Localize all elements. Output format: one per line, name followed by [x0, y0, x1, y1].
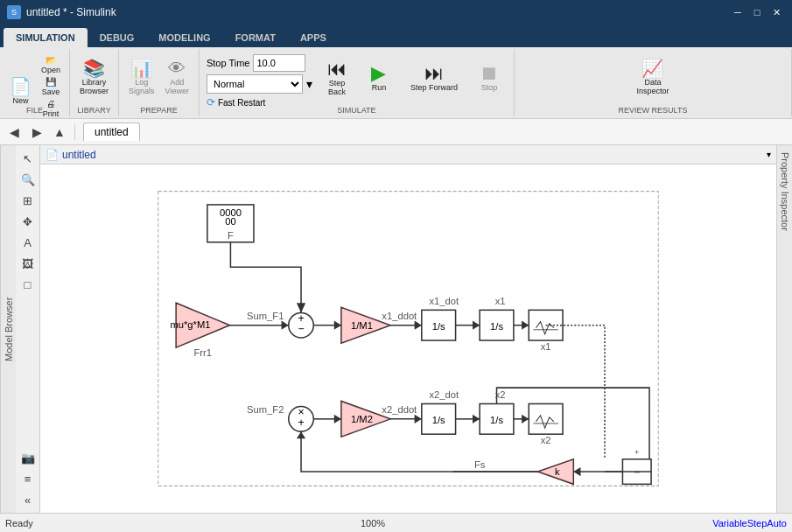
app-icon: S [7, 5, 21, 19]
step-forward-button[interactable]: ⏭ Step Forward [403, 54, 465, 102]
svg-marker-66 [473, 415, 480, 424]
data-inspector-button[interactable]: 📈 Data Inspector [632, 54, 673, 102]
property-inspector-panel[interactable]: Property Inspector [776, 145, 792, 513]
print-label: Print [43, 109, 60, 118]
svg-text:1/s: 1/s [490, 415, 503, 425]
pan-tool[interactable]: ✥ [18, 212, 38, 231]
collapse-tool[interactable]: « [18, 490, 38, 509]
svg-text:x2_dot: x2_dot [429, 389, 459, 400]
svg-text:1/s: 1/s [432, 321, 445, 332]
ribbon-tabs: SIMULATION DEBUG MODELING FORMAT APPS [0, 24, 792, 47]
svg-marker-60 [522, 321, 529, 330]
status-ready: Ready [5, 518, 33, 528]
window-controls: ─ □ ✕ [729, 4, 785, 21]
data-inspector-icon: 📈 [641, 60, 663, 77]
prepare-section-label: PREPARE [140, 106, 177, 115]
text-tool[interactable]: A [18, 233, 38, 252]
tab-format[interactable]: FORMAT [223, 28, 288, 47]
stop-icon: ⏹ [480, 64, 499, 83]
status-bar: Ready 100% VariableStepAuto [0, 513, 792, 532]
tab-apps[interactable]: APPS [288, 28, 339, 47]
ribbon-section-review: 📈 Data Inspector REVIEW RESULTS [515, 49, 792, 116]
stop-time-label: Stop Time [207, 58, 250, 68]
fit-tool[interactable]: ⊞ [18, 191, 38, 210]
step-forward-icon: ⏭ [424, 64, 444, 83]
model-tab[interactable]: untitled [83, 122, 140, 141]
log-signals-button[interactable]: 📊 Log Signals [124, 54, 159, 102]
mode-dropdown-icon[interactable]: ▾ [306, 77, 312, 91]
svg-text:Sum_F1: Sum_F1 [247, 311, 284, 321]
svg-text:Sum_F2: Sum_F2 [247, 404, 284, 415]
review-section-label: REVIEW RESULTS [619, 106, 688, 115]
tab-modeling[interactable]: MODELING [146, 28, 222, 47]
maximize-button[interactable]: □ [748, 4, 766, 21]
open-icon: 📂 [46, 55, 56, 65]
library-icon: 📚 [83, 60, 105, 77]
ribbon-section-simulate: Stop Time Normal Accelerator Rapid Accel… [200, 49, 515, 116]
model-address-icon: 📄 [46, 149, 59, 161]
minimize-button[interactable]: ─ [729, 4, 746, 21]
new-icon: 📄 [10, 78, 32, 95]
open-label: Open [41, 66, 60, 74]
run-icon: ▶ [371, 64, 386, 83]
log-signals-label: Log Signals [129, 79, 155, 96]
library-browser-button[interactable]: 📚 Library Browser [75, 54, 113, 102]
title-bar: S untitled * - Simulink ─ □ ✕ [0, 0, 792, 24]
model-address-bar: 📄 untitled ▾ [40, 145, 776, 164]
data-inspector-label: Data Inspector [636, 79, 669, 96]
library-section-label: LIBRARY [77, 106, 110, 115]
image-tool[interactable]: 🖼 [18, 254, 38, 273]
toolbar: ◀ ▶ ▲ untitled [0, 119, 792, 145]
svg-marker-68 [522, 415, 529, 424]
settings-tool[interactable]: ≡ [18, 469, 38, 488]
svg-marker-52 [282, 321, 289, 330]
svg-text:Frr1: Frr1 [193, 347, 212, 358]
save-icon: 💾 [46, 77, 56, 87]
step-back-button[interactable]: ⏮ Step Back [319, 54, 354, 102]
svg-text:1/s: 1/s [432, 415, 445, 425]
stop-time-group: Stop Time Normal Accelerator Rapid Accel… [207, 54, 312, 108]
ribbon-section-file: 📄 New 📂 Open 💾 Save 🖨 Print FILE [0, 49, 70, 116]
svg-text:x1_dot: x1_dot [429, 296, 459, 306]
step-back-label: Step Back [328, 79, 346, 96]
model-browser-label[interactable]: Model Browser [0, 145, 16, 513]
svg-text:x2_ddot: x2_ddot [382, 404, 417, 415]
run-button[interactable]: ▶ Run [361, 54, 396, 102]
stop-button[interactable]: ⏹ Stop [472, 54, 507, 102]
camera-tool[interactable]: 📷 [18, 448, 38, 467]
stop-time-input[interactable] [253, 54, 305, 72]
ribbon: 📄 New 📂 Open 💾 Save 🖨 Print FILE [0, 47, 792, 119]
fast-restart-icon: ⟳ [207, 96, 215, 108]
diagram-svg: 0000 00 F mu*g*M1 Frr1 + − Sum_F1 1/M1 x… [40, 164, 776, 513]
model-address-dropdown[interactable]: ▾ [767, 150, 771, 159]
svg-text:x1_ddot: x1_ddot [382, 311, 417, 321]
add-viewer-label: Add Viewer [165, 79, 189, 96]
diagram-area: 📄 untitled ▾ 0000 00 F mu*g*M1 Frr1 [40, 145, 776, 513]
open-button[interactable]: 📂 Open [38, 54, 64, 75]
canvas-area: Model Browser ↖ 🔍 ⊞ ✥ A 🖼 □ 📷 ≡ « 📄 unti… [0, 145, 792, 513]
svg-marker-58 [473, 321, 480, 330]
step-forward-label: Step Forward [410, 83, 458, 92]
tab-debug[interactable]: DEBUG [88, 28, 147, 47]
svg-text:1/M1: 1/M1 [351, 320, 373, 331]
window-title: untitled * - Simulink [26, 6, 724, 18]
svg-text:x1: x1 [541, 341, 551, 352]
zoom-tool[interactable]: 🔍 [18, 170, 38, 189]
mode-select[interactable]: Normal Accelerator Rapid Accelerator [207, 74, 303, 94]
close-button[interactable]: ✕ [767, 4, 785, 21]
step-back-icon: ⏮ [327, 60, 347, 79]
print-icon: 🖨 [46, 99, 55, 108]
add-viewer-button[interactable]: 👁 Add Viewer [161, 54, 193, 102]
svg-marker-54 [334, 321, 341, 330]
svg-text:Fs: Fs [474, 459, 486, 470]
svg-text:k: k [555, 466, 560, 477]
simulate-section-label: SIMULATE [337, 106, 375, 115]
tab-simulation[interactable]: SIMULATION [4, 28, 88, 47]
svg-text:00: 00 [225, 216, 235, 227]
save-button[interactable]: 💾 Save [38, 76, 64, 97]
fast-restart-label: Fast Restart [218, 98, 265, 108]
select-tool[interactable]: ↖ [18, 149, 38, 168]
diagram-canvas[interactable]: 0000 00 F mu*g*M1 Frr1 + − Sum_F1 1/M1 x… [40, 164, 776, 513]
model-address-name[interactable]: untitled [62, 149, 96, 161]
shape-tool[interactable]: □ [18, 275, 38, 294]
